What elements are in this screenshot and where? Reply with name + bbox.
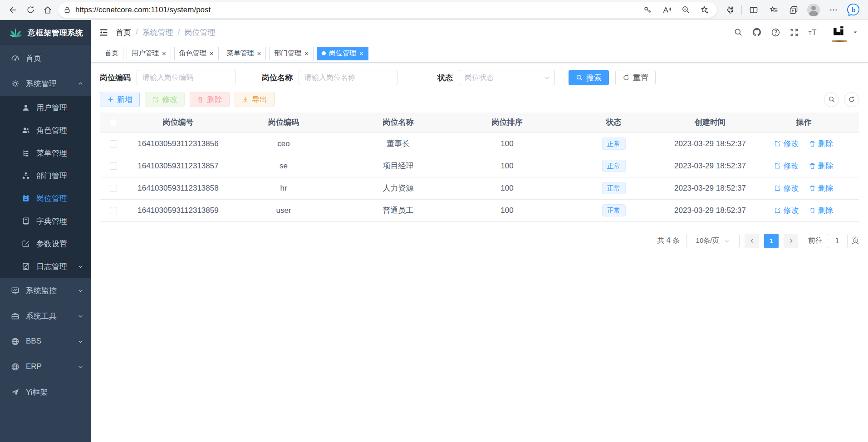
github-icon: [752, 27, 762, 37]
toggle-search-button[interactable]: [824, 92, 839, 107]
help-button[interactable]: [771, 28, 780, 37]
github-link[interactable]: [752, 27, 762, 37]
sidebar-item-yi-framework[interactable]: Yi框架: [0, 379, 91, 405]
logo[interactable]: 意框架管理系统: [0, 20, 91, 45]
font-size-button[interactable]: TT: [808, 28, 819, 37]
add-button[interactable]: 新增: [100, 92, 140, 107]
row-edit-link[interactable]: 修改: [774, 205, 799, 216]
sidebar-item-user-management[interactable]: 用户管理: [0, 96, 91, 119]
sidebar-item-erp[interactable]: ERP: [0, 354, 91, 379]
browser-refresh-button[interactable]: [22, 2, 39, 18]
bing-chat-button[interactable]: b: [843, 2, 863, 18]
sidebar-item-bbs[interactable]: BBS: [0, 329, 91, 354]
tab-close-icon[interactable]: ×: [257, 50, 261, 57]
browser-profile-button[interactable]: [804, 2, 824, 18]
sidebar-item-dept-management[interactable]: 部门管理: [0, 164, 91, 187]
breadcrumb-separator: /: [178, 28, 180, 37]
sidebar-item-system-tools[interactable]: 系统工具: [0, 303, 91, 329]
breadcrumb-home[interactable]: 首页: [116, 27, 131, 38]
sidebar-item-home[interactable]: 首页: [0, 45, 91, 71]
status-select[interactable]: 岗位状态: [459, 70, 555, 85]
browser-back-button[interactable]: [5, 2, 22, 18]
refresh-icon: [623, 74, 630, 81]
users-icon: [22, 126, 30, 134]
add-favorite-button[interactable]: [695, 2, 714, 18]
sidebar-item-dict-management[interactable]: 字典管理: [0, 210, 91, 232]
table-row[interactable]: 1641030593112313856 ceo 董事长 100 正常 2023-…: [100, 133, 859, 155]
search-button[interactable]: 搜索: [569, 70, 609, 85]
tab-close-icon[interactable]: ×: [359, 50, 363, 57]
sidebar-item-post-management[interactable]: 岗位管理: [0, 187, 91, 210]
sidebar-item-log-management[interactable]: 日志管理: [0, 255, 91, 278]
tab-close-icon[interactable]: ×: [162, 50, 166, 57]
breadcrumb-system[interactable]: 系统管理: [142, 27, 173, 38]
sidebar-item-role-management[interactable]: 角色管理: [0, 119, 91, 142]
tab-home[interactable]: 首页: [100, 47, 123, 60]
sidebar-item-system-monitor[interactable]: 系统监控: [0, 278, 91, 303]
row-edit-link[interactable]: 修改: [774, 183, 799, 193]
select-all-checkbox[interactable]: [110, 119, 117, 126]
read-aloud-button[interactable]: [657, 2, 676, 18]
edit-icon: [774, 207, 781, 214]
sidebar-item-system-management[interactable]: 系统管理: [0, 71, 91, 96]
table-row[interactable]: 1641030593112313859 user 普通员工 100 正常 202…: [100, 199, 859, 221]
globe-icon: [11, 337, 20, 346]
chevron-down-icon: [724, 238, 730, 244]
sidebar-item-menu-management[interactable]: 菜单管理: [0, 142, 91, 164]
sidebar-collapse-button[interactable]: [99, 28, 108, 37]
row-checkbox[interactable]: [110, 162, 117, 170]
table-row[interactable]: 1641030593112313857 se 项目经理 100 正常 2023-…: [100, 155, 859, 177]
tab-role-management[interactable]: 角色管理 ×: [174, 47, 219, 60]
password-key-button[interactable]: [638, 2, 657, 18]
next-page-button[interactable]: [784, 234, 798, 248]
cell-post-id: 1641030593112313857: [127, 155, 229, 177]
row-delete-link[interactable]: 删除: [809, 205, 834, 216]
favorites-button[interactable]: [764, 2, 784, 18]
post-name-input[interactable]: [299, 70, 397, 85]
tab-dept-management[interactable]: 部门管理 ×: [269, 47, 314, 60]
sidebar-item-label: 日志管理: [36, 261, 67, 272]
tab-close-icon[interactable]: ×: [210, 50, 214, 57]
user-menu[interactable]: [831, 25, 858, 40]
url-text[interactable]: https://ccnetcore.com:1101/system/post: [75, 5, 638, 15]
browser-home-button[interactable]: [39, 2, 56, 18]
row-checkbox[interactable]: [110, 185, 117, 192]
split-screen-button[interactable]: [744, 2, 764, 18]
row-edit-link[interactable]: 修改: [774, 138, 799, 149]
extensions-button[interactable]: [720, 2, 740, 18]
edit-button[interactable]: 修改: [145, 92, 185, 107]
address-bar[interactable]: https://ccnetcore.com:1101/system/post: [58, 2, 717, 18]
table-toolbar: 新增 修改 删除 导出: [100, 92, 859, 107]
tab-post-management[interactable]: 岗位管理 ×: [317, 47, 368, 60]
cell-created-time: 2023-03-29 18:52:37: [672, 133, 749, 155]
table-row[interactable]: 1641030593112313858 hr 人力资源 100 正常 2023-…: [100, 177, 859, 199]
fullscreen-button[interactable]: [790, 28, 799, 37]
browser-menu-button[interactable]: [824, 2, 843, 18]
row-delete-link[interactable]: 删除: [809, 138, 834, 149]
delete-button[interactable]: 删除: [190, 92, 230, 107]
trash-icon: [197, 96, 204, 103]
tab-user-management[interactable]: 用户管理 ×: [127, 47, 171, 60]
export-button-label: 导出: [252, 94, 267, 105]
post-code-input[interactable]: [137, 70, 235, 85]
zoom-out-button[interactable]: [676, 2, 695, 18]
header-search-button[interactable]: [734, 28, 743, 37]
chevron-right-icon: [788, 238, 794, 244]
row-checkbox[interactable]: [110, 140, 117, 147]
sidebar-item-label: 用户管理: [36, 103, 67, 113]
page-number-1[interactable]: 1: [764, 234, 779, 248]
goto-page-input[interactable]: [827, 234, 848, 248]
prev-page-button[interactable]: [745, 234, 759, 248]
collections-button[interactable]: [784, 2, 804, 18]
row-delete-link[interactable]: 删除: [809, 161, 834, 171]
tab-menu-management[interactable]: 菜单管理 ×: [222, 47, 266, 60]
sidebar-item-param-settings[interactable]: 参数设置: [0, 232, 91, 255]
row-edit-link[interactable]: 修改: [774, 161, 799, 171]
row-delete-link[interactable]: 删除: [809, 183, 834, 193]
page-size-select[interactable]: 10条/页: [686, 234, 740, 248]
row-checkbox[interactable]: [110, 207, 117, 214]
tab-close-icon[interactable]: ×: [304, 50, 309, 57]
export-button[interactable]: 导出: [235, 92, 275, 107]
refresh-table-button[interactable]: [844, 92, 859, 107]
reset-button[interactable]: 重置: [615, 70, 656, 85]
